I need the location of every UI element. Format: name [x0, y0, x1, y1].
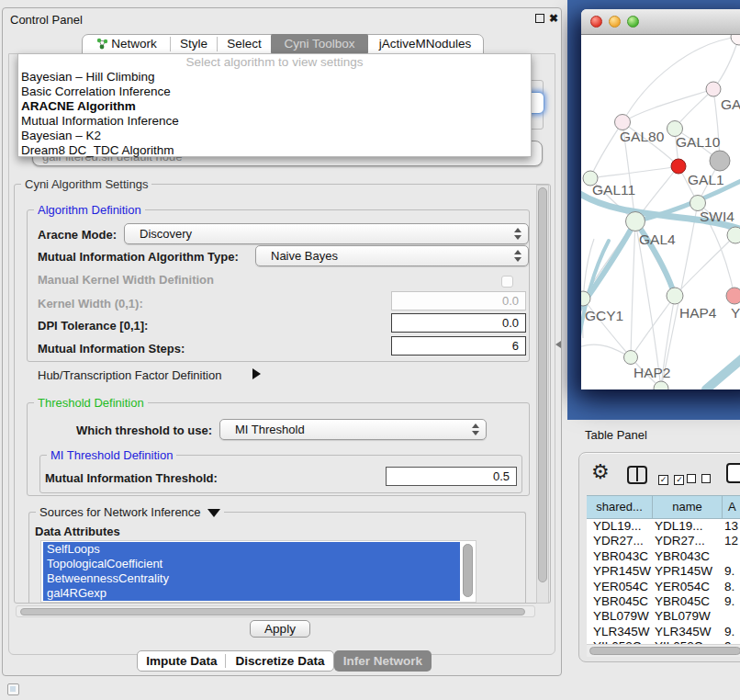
dropdown-item[interactable]: Basic Correlation Inference [18, 85, 531, 99]
mi-threshold-field[interactable]: 0.5 [386, 467, 517, 486]
table-cell: 9. [723, 625, 740, 639]
dpi-tolerance-label: DPI Tolerance [0,1]: [38, 319, 148, 333]
network-canvas[interactable]: GAL GAL80 GAL10 GAL1 GAL11 SWI4 GAL4 GCY… [581, 35, 740, 390]
minimized-panel-icon[interactable] [7, 683, 19, 695]
manual-kernel-checkbox[interactable] [501, 276, 513, 288]
node-gray [710, 151, 730, 171]
sources-group-title[interactable]: Sources for Network Inference [36, 505, 224, 519]
table-cell: YPR145W [587, 564, 653, 579]
table-cell: YLR345W [653, 625, 723, 639]
tab-discretize-data[interactable]: Discretize Data [226, 650, 334, 672]
panel-divider-arrow-icon[interactable] [555, 341, 561, 348]
tab-cyni-toolbox[interactable]: Cyni Toolbox [271, 34, 368, 54]
which-threshold-label: Which threshold to use: [76, 423, 212, 437]
which-threshold-combobox[interactable]: MI Threshold [219, 419, 487, 440]
kernel-width-field[interactable]: 0.0 [391, 291, 526, 310]
close-panel-icon[interactable]: ✖ [549, 12, 558, 25]
table-header-name[interactable]: name [653, 495, 723, 519]
close-traffic-light[interactable] [590, 16, 602, 28]
node-label: GAL10 [676, 134, 721, 150]
table-cell: YDL19... [653, 519, 723, 534]
screen: GAL GAL80 GAL10 GAL1 GAL11 SWI4 GAL4 GCY… [0, 0, 740, 700]
table-cell: YDL19... [587, 519, 653, 534]
table-cell: 12 [723, 534, 740, 548]
table-cell: YBR045C [587, 594, 653, 609]
network-graph: GAL GAL80 GAL10 GAL1 GAL11 SWI4 GAL4 GCY… [581, 35, 740, 390]
table-hscrollbar[interactable] [587, 644, 740, 657]
node-salmon [726, 288, 740, 304]
hub-definition-label[interactable]: Hub/Transcription Factor Definition [38, 368, 221, 382]
node-label: GAL1 [688, 172, 724, 187]
table-row[interactable]: YPR145WYPR145W9. [587, 564, 740, 579]
node-label: GAL4 [639, 231, 676, 247]
aracne-mode-combobox[interactable]: Discovery [124, 223, 529, 244]
table-row[interactable]: YDR27...YDR27...12 [587, 534, 740, 548]
table-gear-icon[interactable]: ⚙ [591, 462, 610, 481]
dropdown-item-highlighted[interactable]: ARACNE Algorithm [18, 99, 531, 114]
tab-select[interactable]: Select [218, 34, 271, 54]
table-row[interactable]: YER054CYER054C8. [587, 580, 740, 594]
table-row[interactable]: YDL19...YDL19...13 [587, 519, 740, 534]
table-cell: YBR043C [587, 549, 653, 564]
dpi-tolerance-field[interactable]: 0.0 [391, 313, 526, 333]
dropdown-item[interactable]: Bayesian – Hill Climbing [18, 70, 531, 85]
node [654, 381, 668, 390]
apply-button[interactable]: Apply [250, 620, 310, 638]
table-columns-icon[interactable] [627, 466, 647, 484]
dropdown-item[interactable]: Mutual Information Inference [18, 114, 531, 129]
select-all-columns-icon[interactable]: ✓ ✓ [658, 469, 684, 486]
bottom-tabbar: Impute Data Discretize Data Infer Networ… [3, 650, 561, 672]
tab-style[interactable]: Style [171, 34, 217, 54]
algorithm-dropdown-popup: Select algorithm to view settings Bayesi… [17, 53, 532, 157]
node-label: SWI4 [700, 209, 734, 224]
network-view-window: GAL GAL80 GAL10 GAL1 GAL11 SWI4 GAL4 GCY… [581, 9, 740, 390]
tab-network[interactable]: Network [84, 34, 170, 54]
control-panel-title: Control Panel [10, 13, 83, 27]
network-window-titlebar[interactable] [581, 9, 740, 35]
list-item-selected[interactable]: BetweennessCentrality [43, 571, 460, 586]
settings-hscrollbar[interactable] [16, 605, 535, 617]
table-row[interactable]: YBL079WYBL079W [587, 609, 740, 624]
threshold-definition-title: Threshold Definition [34, 396, 148, 410]
tab-impute-data[interactable]: Impute Data [139, 650, 225, 672]
dropdown-item[interactable]: Bayesian – K2 [18, 129, 531, 143]
sources-collapse-arrow-icon[interactable] [207, 509, 220, 517]
table-extra-icon[interactable] [726, 463, 740, 483]
hub-expand-arrow-icon[interactable] [252, 368, 261, 379]
data-attributes-label: Data Attributes [35, 525, 120, 538]
table-cell: 9. [723, 594, 740, 609]
table-row[interactable]: YLR345WYLR345W9. [587, 625, 740, 639]
table-cell: 9. [723, 564, 740, 579]
algorithm-definition-title: Algorithm Definition [34, 203, 145, 217]
list-item-selected[interactable]: TopologicalCoefficient [43, 557, 460, 571]
node-label: GAL80 [620, 129, 665, 144]
mi-type-combobox[interactable]: Naive Bayes [255, 245, 529, 266]
table-header-shared[interactable]: shared... [587, 495, 653, 519]
data-attributes-list[interactable]: SelfLoops TopologicalCoefficient Between… [40, 540, 477, 603]
table-row[interactable]: YBR043CYBR043C [587, 549, 740, 564]
list-vscrollbar[interactable] [463, 544, 473, 597]
dropdown-item[interactable]: Dream8 DC_TDC Algorithm [18, 143, 531, 158]
table-cell: YBL079W [653, 609, 723, 624]
tab-infer-network[interactable]: Infer Network [334, 650, 432, 672]
node-hap4 [667, 288, 683, 304]
table-cell: YBR045C [653, 594, 723, 609]
node-label: GAL11 [592, 182, 635, 198]
node-label: GCY1 [585, 308, 623, 323]
deselect-all-columns-icon[interactable] [687, 470, 711, 487]
settings-vscrollbar[interactable] [536, 185, 549, 604]
node [727, 227, 740, 243]
minimize-traffic-light[interactable] [609, 16, 621, 28]
table-panel-title: Table Panel [585, 428, 647, 442]
tab-jactivemnodules[interactable]: jActiveMNodules [368, 34, 482, 54]
mi-type-label: Mutual Information Algorithm Type: [38, 250, 239, 264]
table-header-extra[interactable]: A [723, 495, 740, 519]
table-cell: YLR345W [587, 625, 653, 639]
table-row[interactable]: YBR045CYBR045C9. [587, 594, 740, 609]
list-item-selected[interactable]: SelfLoops [43, 542, 460, 557]
node-gal4 [626, 212, 645, 231]
zoom-traffic-light[interactable] [627, 16, 639, 28]
mi-steps-field[interactable]: 6 [391, 336, 526, 356]
list-item-selected[interactable]: gal4RGexp [43, 586, 460, 601]
float-window-icon[interactable] [535, 14, 544, 23]
